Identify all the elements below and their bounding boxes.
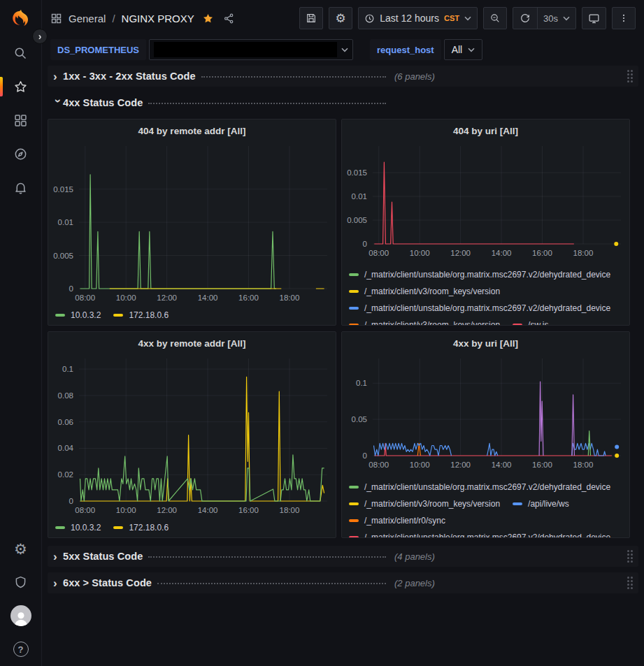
help-icon: ?	[13, 642, 29, 657]
legend-label: /_matrix/client/r0/sync	[364, 516, 445, 526]
legend-swatch	[55, 314, 65, 317]
sidebar: ⚙ ? ›	[0, 0, 42, 666]
sidebar-item-starred[interactable]	[0, 70, 42, 103]
refresh-dashboard-button[interactable]	[513, 8, 537, 29]
sidebar-item-alerting[interactable]	[0, 171, 42, 204]
refresh-interval-value: 30s	[543, 13, 558, 24]
svg-text:16:00: 16:00	[238, 506, 259, 514]
refresh-group: 30s	[513, 7, 576, 29]
sidebar-item-explore[interactable]	[0, 137, 42, 171]
legend-item[interactable]: 172.18.0.6	[113, 308, 169, 322]
svg-text:08:00: 08:00	[75, 506, 95, 514]
avatar	[10, 605, 31, 626]
dashboard-canvas: › 1xx - 3xx - 2xx Status Code (6 panels)…	[42, 63, 644, 593]
cycle-view-mode-button[interactable]	[582, 7, 606, 29]
series-point-marker	[615, 445, 619, 449]
legend-label: /sw.js	[528, 320, 548, 326]
time-range-picker[interactable]: Last 12 hours CST	[358, 7, 478, 29]
expand-sidebar-button[interactable]: ›	[32, 29, 48, 44]
more-options-button[interactable]	[612, 7, 636, 29]
request-host-select[interactable]: All	[444, 39, 483, 60]
legend-item[interactable]: /_matrix/client/unstable/org.matrix.msc2…	[349, 530, 610, 538]
sidebar-item-configuration[interactable]: ⚙	[0, 532, 42, 565]
refresh-interval-dropdown[interactable]: 30s	[538, 8, 575, 29]
save-dashboard-button[interactable]	[299, 7, 323, 29]
row-header-4xx[interactable]: › 4xx Status Code	[48, 92, 638, 113]
panel-grid: 404 by remote addr [All] 08:0010:0012:00…	[48, 119, 638, 538]
row-header-5xx[interactable]: › 5xx Status Code (4 panels)	[48, 546, 638, 567]
row-drag-handle[interactable]	[624, 547, 636, 565]
legend-label: /_matrix/client/v3/room_keys/version	[364, 499, 500, 509]
legend-item[interactable]: /_matrix/client/v3/room_keys/version	[349, 497, 500, 511]
breadcrumb-dashboard-title[interactable]: NGINX PROXY	[122, 13, 194, 24]
series-line	[374, 443, 606, 456]
svg-text:10:00: 10:00	[116, 294, 136, 302]
shield-icon	[13, 575, 28, 590]
row-toggle[interactable]: › 6xx > Status Code	[53, 577, 387, 589]
row-header-6xx[interactable]: › 6xx > Status Code (2 panels)	[48, 572, 638, 593]
svg-text:0.1: 0.1	[62, 365, 73, 373]
breadcrumb-folder[interactable]: General	[69, 13, 106, 24]
datasource-variable-label[interactable]: DS_PROMETHEUS	[50, 39, 146, 60]
legend-item[interactable]: 10.0.3.2	[55, 521, 101, 535]
legend-item[interactable]: /_matrix/client/unstable/org.matrix.msc2…	[349, 301, 610, 315]
row-toggle[interactable]: › 5xx Status Code	[53, 551, 387, 563]
sidebar-item-dashboards[interactable]	[0, 103, 42, 137]
panel-title[interactable]: 404 by remote addr [All]	[48, 126, 336, 136]
row-drag-handle[interactable]	[624, 67, 636, 85]
panel-legend: /_matrix/client/unstable/org.matrix.msc2…	[349, 480, 627, 538]
svg-text:08:00: 08:00	[368, 461, 389, 469]
sidebar-item-profile[interactable]	[0, 599, 42, 632]
sidebar-item-server-admin[interactable]	[0, 565, 42, 599]
zoom-out-time-button[interactable]	[483, 7, 507, 29]
request-host-value: All	[452, 44, 463, 55]
timezone-badge: CST	[444, 14, 459, 22]
legend-swatch	[349, 519, 359, 522]
panel-title[interactable]: 404 by uri [All]	[342, 126, 629, 136]
request-host-variable-label[interactable]: request_host	[370, 39, 441, 60]
legend-item[interactable]: /_matrix/client/r0/sync	[349, 514, 445, 528]
row-toggle[interactable]: › 4xx Status Code	[53, 97, 387, 109]
dotted-leader	[148, 556, 386, 558]
row-drag-handle[interactable]	[624, 574, 636, 592]
svg-text:0.06: 0.06	[58, 418, 73, 426]
datasource-select[interactable]	[149, 39, 353, 60]
refresh-icon	[520, 13, 531, 24]
svg-text:0.01: 0.01	[352, 192, 367, 201]
legend-item[interactable]: /api/live/ws	[513, 497, 569, 511]
series-line	[80, 175, 277, 289]
row-title: 5xx Status Code	[63, 551, 143, 562]
svg-text:12:00: 12:00	[450, 249, 471, 257]
legend-item[interactable]: /_matrix/client/v3/room_keys/version	[349, 284, 500, 298]
panel-title[interactable]: 4xx by uri [All]	[342, 338, 629, 349]
row-title: 4xx Status Code	[63, 97, 143, 108]
favorite-star-button[interactable]	[202, 13, 214, 24]
share-button[interactable]	[223, 13, 235, 24]
series-point-marker	[614, 242, 618, 246]
series-point-marker	[615, 454, 619, 458]
person-icon	[12, 609, 30, 626]
dashboard-settings-button[interactable]: ⚙	[329, 7, 352, 29]
row-toggle[interactable]: › 1xx - 3xx - 2xx Status Code	[53, 71, 387, 82]
svg-text:18:00: 18:00	[573, 249, 594, 257]
star-filled-icon	[202, 13, 214, 24]
legend-item[interactable]: /_matrix/client/unstable/org.matrix.msc2…	[349, 268, 610, 282]
panel-legend: /_matrix/client/unstable/org.matrix.msc2…	[349, 268, 627, 326]
legend-item[interactable]: /_matrix/client/v3/room_keys/version	[349, 318, 500, 326]
panel-4xx-by-remote-addr: 4xx by remote addr [All] 08:0010:0012:00…	[48, 331, 336, 538]
legend-item[interactable]: /sw.js	[513, 318, 548, 326]
svg-text:0.005: 0.005	[347, 216, 367, 224]
svg-text:12:00: 12:00	[157, 294, 177, 302]
legend-item[interactable]: 172.18.0.6	[113, 521, 169, 535]
panel-title[interactable]: 4xx by remote addr [All]	[48, 338, 336, 349]
svg-text:16:00: 16:00	[532, 461, 552, 469]
sidebar-item-help[interactable]: ?	[0, 632, 42, 666]
row-header-1xx-3xx-2xx[interactable]: › 1xx - 3xx - 2xx Status Code (6 panels)	[48, 66, 638, 87]
legend-label: /_matrix/client/unstable/org.matrix.msc2…	[364, 533, 610, 538]
top-navbar: General / NGINX PROXY ⚙	[42, 0, 644, 36]
svg-text:16:00: 16:00	[532, 249, 552, 257]
legend-swatch	[349, 502, 359, 505]
legend-item[interactable]: 10.0.3.2	[55, 308, 101, 322]
legend-item[interactable]: /_matrix/client/unstable/org.matrix.msc2…	[349, 480, 610, 494]
legend-swatch	[113, 314, 123, 317]
